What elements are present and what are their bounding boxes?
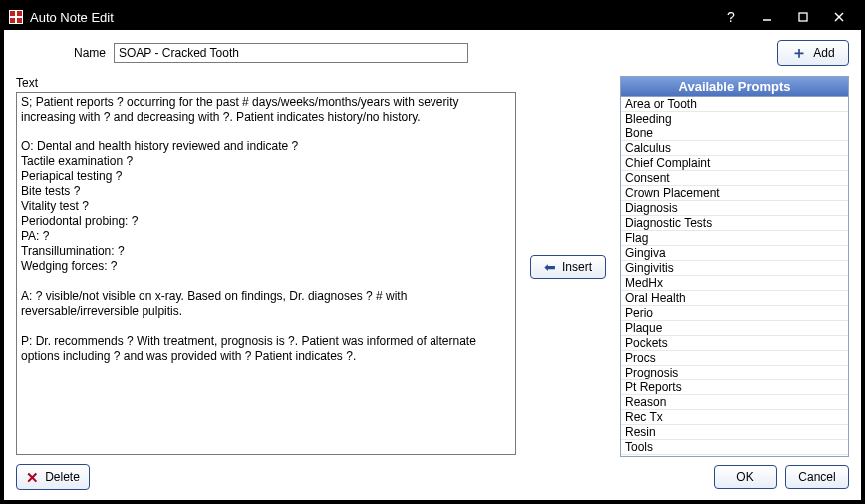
prompt-item[interactable]: Tools — [621, 439, 848, 454]
insert-button[interactable]: ⬅ Insert — [530, 255, 606, 279]
prompt-item[interactable]: Diagnostic Tests — [621, 215, 848, 230]
auto-note-edit-window: Auto Note Edit ? Name ＋ Add Text — [0, 0, 865, 504]
prompts-column: Available Prompts Area or ToothBleedingB… — [620, 76, 849, 457]
window-title: Auto Note Edit — [30, 10, 114, 25]
prompt-item[interactable]: Procs — [621, 350, 848, 365]
main-row: Text ⬅ Insert Available Prompts Area or … — [16, 76, 849, 457]
svg-rect-1 — [10, 11, 15, 16]
prompt-item[interactable]: Crown Placement — [621, 185, 848, 200]
prompt-item[interactable]: Consent — [621, 170, 848, 185]
prompt-item[interactable]: Diagnosis — [621, 200, 848, 215]
name-row: Name ＋ Add — [16, 40, 849, 66]
help-button[interactable]: ? — [714, 4, 749, 30]
prompt-item[interactable]: Wires — [621, 454, 848, 456]
insert-column: ⬅ Insert — [524, 76, 612, 457]
delete-button[interactable]: ✕ Delete — [16, 464, 90, 490]
prompt-item[interactable]: Chief Complaint — [621, 155, 848, 170]
prompt-item[interactable]: MedHx — [621, 275, 848, 290]
prompt-item[interactable]: Rec Tx — [621, 409, 848, 424]
svg-rect-3 — [10, 18, 15, 23]
cancel-button-label: Cancel — [798, 470, 835, 484]
available-prompts-header: Available Prompts — [621, 77, 848, 97]
name-input[interactable] — [114, 43, 468, 63]
app-icon — [8, 9, 24, 25]
arrow-left-icon: ⬅ — [544, 260, 556, 274]
prompt-item[interactable]: Plaque — [621, 320, 848, 335]
text-label: Text — [16, 76, 516, 90]
svg-rect-4 — [17, 18, 22, 23]
ok-button-label: OK — [736, 470, 753, 484]
prompt-item[interactable]: Pockets — [621, 335, 848, 350]
titlebar: Auto Note Edit ? — [4, 4, 861, 30]
delete-button-label: Delete — [45, 470, 80, 484]
available-prompts-panel: Available Prompts Area or ToothBleedingB… — [620, 76, 849, 457]
prompt-item[interactable]: Area or Tooth — [621, 97, 848, 111]
delete-x-icon: ✕ — [26, 470, 39, 485]
prompt-item[interactable]: Prognosis — [621, 365, 848, 379]
ok-button[interactable]: OK — [714, 465, 777, 489]
prompt-item[interactable]: Perio — [621, 305, 848, 320]
prompt-item[interactable]: Flag — [621, 230, 848, 245]
svg-rect-2 — [17, 11, 22, 16]
text-area[interactable] — [16, 92, 516, 455]
footer-row: ✕ Delete OK Cancel — [16, 464, 849, 490]
prompt-item[interactable]: Gingivitis — [621, 260, 848, 275]
maximize-button[interactable] — [785, 4, 821, 30]
insert-button-label: Insert — [562, 260, 592, 274]
content-area: Name ＋ Add Text ⬅ Insert Available Promp… — [4, 30, 861, 500]
available-prompts-list[interactable]: Area or ToothBleedingBoneCalculusChief C… — [621, 97, 848, 456]
prompt-item[interactable]: Pt Reports — [621, 379, 848, 394]
add-button-label: Add — [813, 46, 834, 60]
prompt-item[interactable]: Calculus — [621, 140, 848, 155]
cancel-button[interactable]: Cancel — [785, 465, 849, 489]
prompt-item[interactable]: Oral Health — [621, 290, 848, 305]
prompt-item[interactable]: Bone — [621, 126, 848, 140]
prompt-item[interactable]: Resin — [621, 424, 848, 439]
minimize-button[interactable] — [749, 4, 785, 30]
add-button[interactable]: ＋ Add — [777, 40, 849, 66]
text-column: Text — [16, 76, 516, 457]
prompt-item[interactable]: Bleeding — [621, 111, 848, 126]
prompt-item[interactable]: Gingiva — [621, 245, 848, 260]
name-label: Name — [16, 46, 114, 60]
close-button[interactable] — [821, 4, 857, 30]
plus-icon: ＋ — [791, 45, 807, 61]
svg-rect-6 — [799, 13, 807, 21]
prompt-item[interactable]: Reason — [621, 394, 848, 409]
